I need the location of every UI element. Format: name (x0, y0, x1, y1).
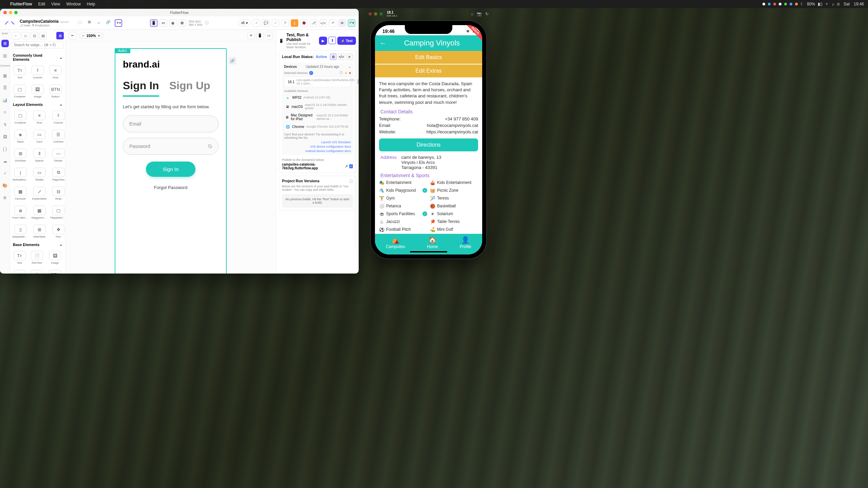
widget-swipeablestack[interactable]: ▯SwipeableStack (12, 223, 29, 240)
link-indicator-icon[interactable]: 🔗 (229, 57, 236, 64)
undo-dropdown-icon[interactable]: ↶▾ (348, 19, 355, 27)
widget-image[interactable]: 🖼Image (30, 82, 46, 100)
widget-icon[interactable]: ⚙Icon (29, 268, 45, 274)
chevron-down-icon[interactable]: ⌄ (348, 65, 351, 69)
branch-icon[interactable]: ⎇ (310, 19, 317, 27)
rail-media[interactable]: 🖼 (1, 133, 9, 140)
widget-card[interactable]: ▭Card (31, 128, 48, 145)
add-widget-icon[interactable]: ⊞ (56, 32, 64, 39)
widget-tabbar[interactable]: ▭TabBar (31, 166, 48, 183)
env-name[interactable]: Production (35, 24, 50, 27)
screenshot-icon[interactable]: 📷 (477, 12, 482, 16)
widget-text[interactable]: TтText (12, 249, 27, 266)
device-row[interactable]: 🖥Mac Designed for iPadmacOS 15.2 24C5089… (284, 112, 351, 123)
home-icon[interactable]: ⌂ (471, 12, 473, 16)
rotate-icon[interactable]: ↻ (485, 12, 489, 16)
component-icon[interactable]: ⊡ (31, 32, 38, 39)
test-button[interactable]: ⚡ Test (337, 37, 356, 45)
status-icon[interactable] (795, 3, 798, 5)
minimize-button[interactable] (374, 12, 377, 16)
widget-column[interactable]: ⫴Column (30, 63, 46, 81)
checkmark-badge-icon[interactable]: ✓ (272, 19, 279, 27)
rail-custom-code[interactable]: { } (1, 145, 9, 153)
widget-verticaldivider[interactable]: |VerticalDivider (12, 166, 29, 183)
menubar-help[interactable]: Help (87, 2, 95, 6)
rail-appstate[interactable]: ⚛ (1, 109, 9, 116)
open-external-icon[interactable]: ↗ (329, 19, 336, 27)
selected-device-row[interactable]: 18.1 com.apple.CoreSimulator.SimRuntime.… (284, 76, 351, 87)
wifi-icon[interactable]: ᯤ (825, 2, 829, 6)
code-icon[interactable]: </> (319, 19, 327, 27)
rail-firestore[interactable]: 🗄 (1, 84, 9, 92)
canvas-inner[interactable]: Auth1 🔗 brand.ai Sign In Sign Up Let's g… (65, 41, 276, 274)
widget-datatable[interactable]: ⊞DataTable (31, 223, 48, 240)
maximize-button[interactable] (14, 11, 18, 14)
tab-signup[interactable]: Sign Up (169, 79, 210, 97)
lightning-icon[interactable]: ⚡ (344, 71, 348, 75)
link-icon[interactable]: 🔗 (105, 19, 111, 25)
status-icon[interactable] (768, 3, 771, 5)
warning-badge-icon[interactable]: 1 (291, 19, 298, 27)
help-icon[interactable]: ? (281, 19, 289, 27)
widget-listview[interactable]: ☰ListView (50, 128, 65, 145)
zoom-out-icon[interactable]: − (82, 34, 84, 38)
nav-profile[interactable]: 👤Profile (460, 236, 471, 249)
logs-icon[interactable]: ≡ (346, 53, 353, 60)
widget-wrap[interactable]: ⊟Wrap (50, 185, 65, 202)
home-indicator[interactable] (410, 251, 447, 252)
theme-light-icon[interactable]: ☀ (247, 32, 255, 39)
check-icon[interactable]: ✓ (253, 19, 260, 27)
eye-icon[interactable]: 👁 (338, 19, 346, 27)
edit-basics-button[interactable]: Edit Basics (375, 51, 482, 64)
open-external-icon[interactable]: ↗ (345, 164, 348, 169)
menubar-window[interactable]: Window (66, 2, 81, 6)
widget-row[interactable]: ≡Row (31, 109, 48, 126)
widget-staggeredvi...[interactable]: ▦StaggeredVi... (31, 204, 48, 221)
password-field[interactable]: Password (123, 138, 219, 155)
email-value[interactable]: hola@ecocampvinyols.cat (427, 123, 478, 128)
flutterflow-logo-icon[interactable]: ⟋⟍ (3, 19, 16, 26)
rail-settings[interactable]: ⚙ (1, 194, 9, 202)
widget-form validation[interactable]: ≣Form Validation (12, 204, 29, 221)
device-preview-icon[interactable]: 📱 (256, 32, 264, 39)
widget-container[interactable]: ▢Container (12, 109, 29, 126)
widget-text[interactable]: TтText (12, 63, 28, 81)
widget-image[interactable]: 🖼Image (46, 249, 64, 266)
widget-flex[interactable]: ✥Flex (50, 223, 65, 240)
rail-pages[interactable]: ▤ (1, 52, 9, 59)
section-layout[interactable]: Layout Elements⌄ (12, 100, 64, 109)
widget-row[interactable]: ≡Row (47, 63, 64, 81)
widget-expandable[interactable]: ⤢Expandable (31, 185, 48, 202)
nav-campsites[interactable]: ⛺Campsites (386, 236, 405, 249)
camp-detail-body[interactable]: The eco-campsite on the Costa Daurada, S… (375, 78, 482, 238)
widget-pageview[interactable]: ⧉PageView (50, 166, 65, 183)
rail-widget-tree[interactable]: ⊞ (1, 40, 9, 47)
widget-spacer[interactable]: ⇕Spacer (31, 147, 48, 164)
project-name[interactable]: CampsitesCatalonia (20, 19, 59, 24)
fit-icon[interactable]: ⇤ (69, 32, 76, 39)
rail-theme[interactable]: 🎨 (1, 182, 9, 189)
rail-cloud[interactable]: ☁ (1, 157, 9, 165)
status-icon[interactable] (790, 3, 792, 5)
minimize-button[interactable] (9, 11, 12, 14)
device-tablet-icon[interactable]: ▭ (159, 19, 167, 27)
rail-tests[interactable]: ✓ (1, 170, 9, 177)
widget-column[interactable]: ⫴Column (50, 109, 65, 126)
export-icon[interactable]: ⬆ (328, 37, 336, 44)
menubar-view[interactable]: View (51, 2, 60, 6)
device-desktop-icon[interactable]: 🖥 (169, 19, 176, 27)
device-phone-icon[interactable]: 📱 (150, 19, 157, 27)
launch-simulator-link[interactable]: Launch iOS Simulator (284, 140, 351, 144)
rail-storyboard[interactable]: ▦ (1, 72, 9, 79)
info-icon[interactable]: ⓘ (349, 179, 353, 184)
ai-icon[interactable]: ✦▾ (115, 19, 122, 27)
search-icon[interactable]: ⌕ (832, 2, 834, 6)
code-icon[interactable]: </> (338, 53, 345, 60)
device-custom-icon[interactable]: ⊞ (178, 19, 186, 27)
zoom-in-icon[interactable]: + (98, 34, 100, 38)
comment-icon[interactable]: 💬 (262, 19, 270, 27)
maximize-button[interactable] (379, 12, 383, 16)
menubar-edit[interactable]: Edit (38, 2, 45, 6)
run-button[interactable]: ▶ (319, 37, 327, 45)
palette-icon[interactable]: ⬚ (77, 19, 83, 25)
